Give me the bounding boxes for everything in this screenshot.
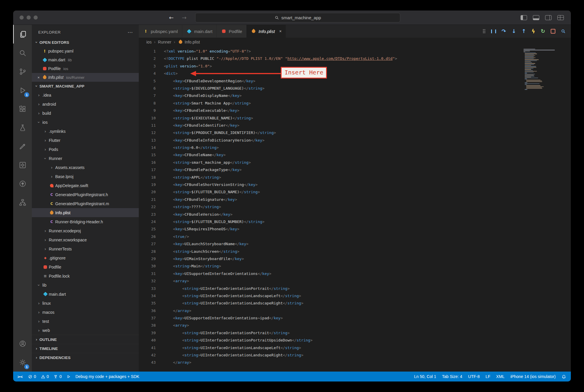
inspector-button[interactable] [561,29,566,34]
code-line[interactable]: 15 <key>CFBundleName</key> [139,151,571,158]
code-line[interactable]: 29 <key>UIMainStoryboardFile</key> [139,255,571,262]
code-line[interactable]: 33 <string>UIInterfaceOrientationPortrai… [139,285,571,292]
tree-item-runner-xcodeproj[interactable]: ›Runner.xcodeproj [32,226,139,235]
status-device-selector[interactable]: iPhone 14 (ios simulator) [510,374,556,379]
code-line[interactable]: 41 <string>UIInterfaceOrientationLandsca… [139,344,571,351]
activity-tools[interactable] [13,137,32,156]
status-tab-size[interactable]: Tab Size: 4 [442,374,462,379]
breadcrumb-item-ios[interactable]: ios [146,40,152,44]
code-line[interactable]: 30 <string>Main</string> [139,262,571,270]
tree-item-test[interactable]: ›test [32,317,139,326]
open-editor-info-plist[interactable]: ×Info.plistios/Runner [32,73,139,82]
code-line[interactable]: 2<!DOCTYPE plist PUBLIC "-//Apple//DTD P… [139,55,571,62]
minimap[interactable] [524,49,562,90]
activity-manage[interactable]: 1 [13,353,32,372]
activity-extensions[interactable] [13,100,32,118]
open-editor-main-dart[interactable]: main.dartlib [32,55,139,64]
tree-item-podfile-lock[interactable]: ≡Podfile.lock [32,271,139,281]
forward-button[interactable]: → [182,14,187,21]
code-line[interactable]: 37 <key>UISupportedInterfaceOrientations… [139,314,571,322]
minimize-window-button[interactable] [27,15,31,20]
customize-layout-icon[interactable] [557,15,564,20]
code-line[interactable]: 13 <key>CFBundleInfoDictionaryVersion</k… [139,137,571,144]
open-editors-header[interactable]: › OPEN EDITORS [32,38,139,47]
pause-button[interactable] [491,29,496,33]
open-editor-podfile[interactable]: Podfileios [32,64,139,73]
code-line[interactable]: 20 <string>$(FLUTTER_BUILD_NAME)</string… [139,188,571,196]
code-line[interactable]: 1<?xml version="1.0" encoding="UTF-8"?> [139,48,571,55]
status-errors[interactable]: 0 [28,374,36,379]
code-line[interactable]: 10 <string>$(EXECUTABLE_NAME)</string> [139,114,571,122]
code-line[interactable]: 39 <string>UIInterfaceOrientationPortrai… [139,329,571,337]
status-remote-indicator[interactable]: >< [17,374,23,379]
tree-item-runner-xcworkspace[interactable]: ›Runner.xcworkspace [32,235,139,244]
code-line[interactable]: 32 <array> [139,277,571,285]
status-eol[interactable]: LF [486,374,490,379]
section-dependencies[interactable]: ›DEPENDENCIES [32,353,139,362]
tree-item-flutter[interactable]: ›Flutter [32,136,139,145]
step-out-button[interactable]: ↑ [521,29,526,34]
status-language-mode[interactable]: XML [496,374,505,379]
tree-item-main-dart[interactable]: main.dart [32,290,139,299]
code-line[interactable]: 5 <key>CFBundleDevelopmentRegion</key> [139,77,571,85]
close-icon[interactable]: × [279,29,282,34]
project-header[interactable]: › SMART_MACHINE_APP [32,82,139,90]
code-line[interactable]: 8 <string>Smart Machine App</string> [139,100,571,107]
tree-item-idea[interactable]: ›.idea [32,90,139,100]
back-button[interactable]: ← [169,14,174,21]
tree-item-build[interactable]: ›build [32,109,139,118]
code-line[interactable]: 40 <string>UIInterfaceOrientationPortrai… [139,337,571,344]
code-line[interactable]: 9 <key>CFBundleExecutable</key> [139,107,571,114]
code-line[interactable]: 24 <string>$(FLUTTER_BUILD_NUMBER)</stri… [139,218,571,225]
section-timeline[interactable]: ›TIMELINE [32,344,139,353]
code-line[interactable]: 17 <key>CFBundlePackageType</key> [139,166,571,173]
code-line[interactable]: 12 <string>$(PRODUCT_BUNDLE_IDENTIFIER)<… [139,129,571,136]
status-notifications[interactable] [562,374,566,379]
activity-search[interactable] [13,43,32,62]
tree-item-assets-xcassets[interactable]: ›Assets.xcassets [32,163,139,172]
zoom-window-button[interactable] [34,15,38,20]
tree-item-appdelegate-swift[interactable]: AppDelegate.swift [32,181,139,190]
step-over-button[interactable]: ↷ [502,29,506,34]
code-line[interactable]: 23 <key>CFBundleVersion</key> [139,211,571,218]
code-line[interactable]: 38 <array> [139,322,571,329]
activity-devtools[interactable] [13,156,32,174]
tab-podfile[interactable]: Podfile [217,25,247,38]
tree-item-runnertests[interactable]: ›RunnerTests [32,244,139,253]
breadcrumb-item-runner[interactable]: Runner [158,40,171,44]
restart-button[interactable]: ↻ [541,29,545,34]
code-line[interactable]: 16 <string>smart_machine_app</string> [139,159,571,166]
tree-item-android[interactable]: ›android [32,100,139,109]
tree-item-info-plist[interactable]: Info.plist [32,208,139,217]
tab-pubspec-yaml[interactable]: !pubspec.yaml [139,25,182,38]
code-line[interactable]: 27 <key>UILaunchStoryboardName</key> [139,240,571,248]
code-line[interactable]: 3<plist version="1.0"> [139,62,571,70]
activity-source-control[interactable] [13,62,32,81]
tree-item-macos[interactable]: ›macos [32,308,139,317]
activity-remote-explorer[interactable] [13,193,32,212]
code-line[interactable]: 6 <string>$(DEVELOPMENT_LANGUAGE)</strin… [139,85,571,92]
tree-item-pods[interactable]: ›Pods [32,145,139,154]
tree-item-gitignore[interactable]: ◆.gitignore [32,253,139,262]
code-line[interactable]: 35 <string>UIInterfaceOrientationLandsca… [139,299,571,307]
close-icon[interactable]: × [35,75,42,80]
tree-item-symlinks[interactable]: ›.symlinks [32,127,139,136]
tree-item-runner-bridging-header-h[interactable]: CRunner-Bridging-Header.h [32,217,139,226]
more-actions-icon[interactable]: ⋯ [128,29,133,35]
activity-testing[interactable] [13,118,32,137]
code-line[interactable]: 26 <true/> [139,233,571,240]
status-debug-icon[interactable] [66,374,71,379]
code-line[interactable]: 18 <string>APPL</string> [139,174,571,181]
code-line[interactable]: 22 <string>????</string> [139,203,571,210]
code-line[interactable]: 31 <key>UISupportedInterfaceOrientations… [139,270,571,277]
activity-account[interactable] [13,334,32,353]
code-line[interactable]: 34 <string>UIInterfaceOrientationLandsca… [139,292,571,299]
hot-reload-button[interactable]: ϟ [531,29,535,34]
tree-item-runner[interactable]: ›Runner [32,154,139,163]
tab-main-dart[interactable]: main.dart [182,25,217,38]
code-line[interactable]: 36 </array> [139,307,571,314]
open-editor-pubspec-yaml[interactable]: !pubspec.yaml [32,47,139,55]
code-line[interactable]: 28 <string>LaunchScreen</string> [139,248,571,255]
tab-info-plist[interactable]: Info.plist× [247,25,286,38]
command-center-search[interactable]: smart_machine_app [195,13,400,22]
